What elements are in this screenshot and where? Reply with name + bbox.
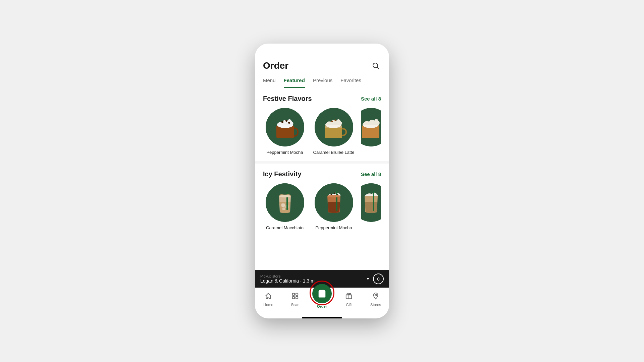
nav-item-stores[interactable]: Stores (366, 292, 386, 307)
page-title: Order (263, 60, 288, 71)
icy-drinks-row: Caramel Macchiato (263, 183, 381, 231)
drink-peppermint-mocha-image (266, 108, 304, 146)
svg-point-28 (327, 195, 340, 197)
festive-flavors-header: Festive Flavors See all 8 (263, 95, 381, 103)
home-icon (265, 292, 272, 302)
drink-caramel-brulee-image (315, 108, 353, 146)
nav-label-stores: Stores (370, 303, 381, 307)
festive-flavors-title: Festive Flavors (263, 95, 312, 103)
nav-item-scan[interactable]: Scan (285, 292, 305, 307)
drink-iced-1-label: Caramel Macchiato (266, 225, 304, 231)
svg-rect-27 (336, 191, 337, 211)
svg-rect-10 (325, 128, 342, 138)
svg-line-1 (377, 67, 379, 69)
svg-point-38 (375, 294, 377, 296)
drink-iced-1[interactable]: Caramel Macchiato (263, 183, 307, 231)
festive-flavors-section: Festive Flavors See all 8 (255, 88, 389, 161)
bottom-nav: Home Scan (255, 288, 389, 315)
order-active-ring (310, 281, 334, 305)
stores-icon (372, 292, 379, 302)
festive-see-all[interactable]: See all 8 (361, 96, 381, 102)
svg-rect-31 (292, 293, 294, 295)
icy-festivity-section: Icy Festivity See all 8 (255, 164, 389, 236)
tab-featured[interactable]: Featured (284, 77, 305, 88)
drink-iced-1-image (266, 183, 304, 222)
nav-item-gift[interactable]: Gift (339, 292, 359, 307)
pickup-label: Pickup store (260, 274, 316, 278)
drink-iced-3-partial[interactable] (361, 183, 381, 231)
section-divider-1 (255, 161, 389, 164)
tabs-bar: Menu Featured Previous Favorites (255, 72, 389, 88)
header: Order (255, 44, 389, 72)
svg-point-6 (285, 120, 287, 122)
drink-iced-peppermint-label: Peppermint Mocha (315, 225, 352, 231)
drink-peppermint-mocha-label: Peppermint Mocha (266, 150, 303, 156)
chevron-down-icon: ▾ (367, 277, 369, 281)
drink-iced-peppermint-image (315, 183, 353, 222)
drink-gingerbread-partial[interactable] (361, 108, 381, 156)
svg-point-22 (279, 195, 290, 197)
drink-caramel-brulee-label: Caramel Brulée Latte (313, 150, 355, 156)
scan-icon (291, 292, 299, 302)
svg-rect-20 (282, 207, 285, 210)
gift-icon (345, 292, 353, 302)
drink-peppermint-mocha[interactable]: Peppermint Mocha (263, 108, 307, 156)
search-button[interactable] (370, 60, 381, 72)
phone-frame: Order Menu Featured Previous Favorites F… (255, 44, 389, 318)
drink-iced-peppermint[interactable]: Peppermint Mocha (312, 183, 356, 231)
festive-drinks-row-wrapper: Peppermint Mocha (263, 108, 381, 156)
pickup-location: Logan & California · 1.3 mi (260, 278, 316, 284)
drink-caramel-brulee[interactable]: Caramel Brulée Latte (312, 108, 356, 156)
home-indicator (302, 317, 342, 318)
svg-rect-18 (281, 203, 285, 207)
cart-count: 0 (377, 277, 379, 282)
svg-point-7 (288, 122, 290, 124)
svg-rect-32 (296, 293, 298, 295)
nav-label-home: Home (263, 303, 273, 307)
icy-festivity-title: Icy Festivity (263, 170, 302, 178)
pickup-right: ▾ 0 (367, 274, 384, 284)
nav-item-order[interactable]: Order (312, 291, 332, 308)
nav-label-scan: Scan (291, 303, 299, 307)
svg-rect-33 (292, 297, 294, 299)
svg-rect-34 (296, 297, 298, 299)
scroll-content: Festive Flavors See all 8 (255, 88, 389, 270)
svg-point-13 (334, 120, 336, 121)
pickup-info: Pickup store Logan & California · 1.3 mi (260, 274, 316, 284)
svg-point-25 (334, 192, 335, 194)
tab-favorites[interactable]: Favorites (340, 77, 361, 88)
svg-point-12 (331, 121, 333, 122)
tab-menu[interactable]: Menu (263, 77, 276, 88)
icy-festivity-header: Icy Festivity See all 8 (263, 170, 381, 178)
nav-item-home[interactable]: Home (258, 292, 278, 307)
svg-point-5 (281, 121, 283, 123)
icy-drinks-row-wrapper: Caramel Macchiato (263, 183, 381, 231)
nav-label-gift: Gift (346, 303, 352, 307)
svg-rect-30 (373, 191, 374, 211)
festive-drinks-row: Peppermint Mocha (263, 108, 381, 156)
tab-previous[interactable]: Previous (313, 77, 332, 88)
cart-badge[interactable]: 0 (373, 274, 384, 284)
icy-see-all[interactable]: See all 8 (361, 171, 381, 177)
